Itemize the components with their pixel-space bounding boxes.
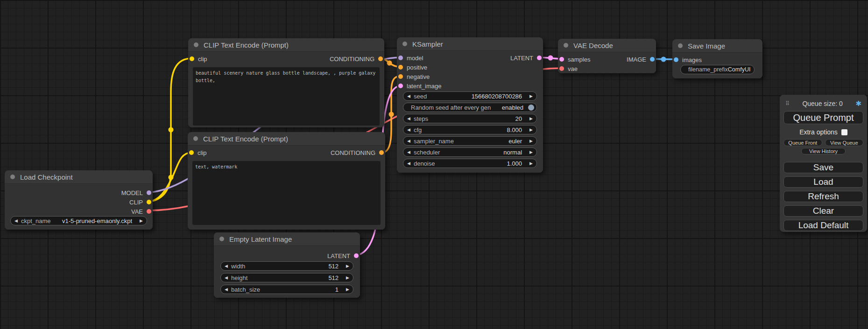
node-ksampler[interactable]: KSampler model LATENT positive (397, 37, 543, 173)
prompt-text-area[interactable]: text, watermark (192, 161, 381, 225)
node-titlebar[interactable]: VAE Decode (558, 39, 656, 52)
decrement-arrow-icon[interactable]: ◀ (407, 128, 410, 132)
ckpt-name-widget[interactable]: ◀ ckpt_name v1-5-pruned-emaonly.ckpt ▶ (10, 216, 147, 225)
collapse-dot-icon[interactable] (402, 42, 407, 46)
refresh-button[interactable]: Refresh (783, 191, 863, 202)
prompt-text-area[interactable]: beautiful scenery nature glass bottle la… (193, 67, 380, 126)
height-widget[interactable]: ◀ height 512 ▶ (220, 273, 353, 282)
latent-output-port[interactable] (537, 56, 542, 60)
increment-arrow-icon[interactable]: ▶ (140, 219, 143, 223)
samples-input-port[interactable] (559, 57, 564, 62)
model-input-port[interactable] (398, 56, 403, 60)
node-clip-text-encode-positive[interactable]: CLIP Text Encode (Prompt) clip CONDITION… (188, 38, 384, 127)
increment-arrow-icon[interactable]: ▶ (529, 139, 533, 143)
decrement-arrow-icon[interactable]: ◀ (407, 94, 410, 98)
decrement-arrow-icon[interactable]: ◀ (407, 117, 410, 121)
collapse-dot-icon[interactable] (10, 175, 15, 179)
collapse-dot-icon[interactable] (194, 42, 198, 47)
decrement-arrow-icon[interactable]: ◀ (14, 219, 18, 223)
decrement-arrow-icon[interactable]: ◀ (225, 276, 228, 280)
conditioning-output-port[interactable] (378, 56, 383, 61)
node-empty-latent-image[interactable]: Empty Latent Image LATENT ◀ width 512 ▶ … (214, 232, 360, 298)
widget-value[interactable]: ComfyUI (728, 66, 751, 73)
decrement-arrow-icon[interactable]: ◀ (407, 161, 410, 166)
increment-arrow-icon[interactable]: ▶ (529, 117, 533, 121)
load-default-button[interactable]: Load Default (783, 220, 863, 231)
widget-value[interactable]: 8.000 (507, 126, 522, 133)
extra-options-checkbox[interactable] (841, 129, 847, 135)
collapse-dot-icon[interactable] (678, 43, 683, 48)
sampler-name-widget[interactable]: ◀ sampler_name euler ▶ (403, 136, 537, 146)
view-history-button[interactable]: View History (801, 148, 846, 154)
node-titlebar[interactable]: Load Checkpoint (5, 170, 153, 183)
scheduler-widget[interactable]: ◀ scheduler normal ▶ (403, 147, 537, 157)
vae-input-port[interactable] (559, 66, 564, 71)
drag-handle-icon[interactable]: ⠿ (785, 100, 790, 107)
conditioning-output-port[interactable] (379, 150, 384, 155)
widget-value[interactable]: 156680208700286 (472, 93, 522, 100)
vae-output-port[interactable] (147, 209, 151, 214)
increment-arrow-icon[interactable]: ▶ (529, 161, 533, 166)
widget-value[interactable]: 1 (335, 286, 339, 293)
clear-button[interactable]: Clear (783, 205, 863, 217)
toggle-knob-icon[interactable] (528, 105, 534, 111)
queue-prompt-button[interactable]: Queue Prompt (783, 111, 863, 124)
reroute-dot[interactable] (548, 56, 553, 61)
reroute-dot[interactable] (169, 175, 174, 180)
widget-value[interactable]: 512 (328, 263, 339, 270)
collapse-dot-icon[interactable] (219, 237, 224, 241)
settings-gear-icon[interactable]: ✱ (855, 99, 861, 108)
denoise-widget[interactable]: ◀ denoise 1.000 ▶ (403, 159, 537, 168)
images-input-port[interactable] (674, 57, 678, 62)
width-widget[interactable]: ◀ width 512 ▶ (220, 261, 353, 271)
widget-value[interactable]: enabled (502, 104, 523, 111)
increment-arrow-icon[interactable]: ▶ (346, 276, 349, 280)
image-output-port[interactable] (650, 57, 655, 62)
node-titlebar[interactable]: CLIP Text Encode (Prompt) (188, 38, 384, 51)
collapse-dot-icon[interactable] (564, 43, 568, 48)
increment-arrow-icon[interactable]: ▶ (346, 264, 349, 268)
clip-input-port[interactable] (189, 150, 194, 155)
widget-value[interactable]: euler (508, 138, 522, 145)
node-titlebar[interactable]: Empty Latent Image (214, 232, 360, 245)
node-vae-decode[interactable]: VAE Decode samples IMAGE vae (558, 39, 656, 73)
node-graph-canvas[interactable]: Load Checkpoint MODEL CLIP VAE (0, 0, 868, 329)
reroute-dot[interactable] (661, 57, 666, 62)
widget-value[interactable]: normal (503, 149, 522, 156)
widget-value[interactable]: 1.000 (507, 160, 522, 167)
node-titlebar[interactable]: KSampler (397, 37, 543, 50)
model-output-port[interactable] (147, 190, 151, 195)
increment-arrow-icon[interactable]: ▶ (529, 150, 533, 154)
latent-image-input-port[interactable] (398, 84, 403, 88)
reroute-dot[interactable] (169, 127, 174, 133)
decrement-arrow-icon[interactable]: ◀ (407, 139, 410, 143)
reroute-dot[interactable] (389, 112, 394, 117)
batch-size-widget[interactable]: ◀ batch_size 1 ▶ (220, 285, 353, 294)
negative-input-port[interactable] (398, 74, 403, 79)
decrement-arrow-icon[interactable]: ◀ (225, 287, 228, 292)
load-button[interactable]: Load (783, 176, 863, 188)
reroute-dot[interactable] (387, 61, 392, 66)
widget-value[interactable]: 512 (328, 274, 339, 281)
latent-output-port[interactable] (354, 253, 359, 258)
collapse-dot-icon[interactable] (193, 136, 198, 141)
steps-widget[interactable]: ◀ steps 20 ▶ (403, 114, 537, 123)
random-seed-widget[interactable]: Random seed after every gen enabled (403, 103, 537, 112)
node-clip-text-encode-negative[interactable]: CLIP Text Encode (Prompt) clip CONDITION… (188, 132, 385, 230)
decrement-arrow-icon[interactable]: ◀ (225, 264, 228, 268)
cfg-widget[interactable]: ◀ cfg 8.000 ▶ (403, 125, 537, 134)
increment-arrow-icon[interactable]: ▶ (529, 94, 533, 98)
widget-value[interactable]: v1-5-pruned-emaonly.ckpt (62, 217, 132, 224)
seed-widget[interactable]: ◀ seed 156680208700286 ▶ (403, 91, 537, 101)
increment-arrow-icon[interactable]: ▶ (529, 128, 533, 132)
clip-output-port[interactable] (147, 200, 151, 204)
clip-input-port[interactable] (190, 56, 194, 61)
positive-input-port[interactable] (398, 65, 403, 70)
node-titlebar[interactable]: CLIP Text Encode (Prompt) (188, 132, 385, 145)
increment-arrow-icon[interactable]: ▶ (346, 287, 349, 292)
queue-front-button[interactable]: Queue Front (783, 139, 822, 146)
filename-prefix-widget[interactable]: filename_prefix ComfyUI (680, 65, 755, 74)
node-titlebar[interactable]: Save Image (672, 39, 762, 52)
view-queue-button[interactable]: View Queue (825, 139, 864, 146)
save-button[interactable]: Save (783, 162, 863, 173)
